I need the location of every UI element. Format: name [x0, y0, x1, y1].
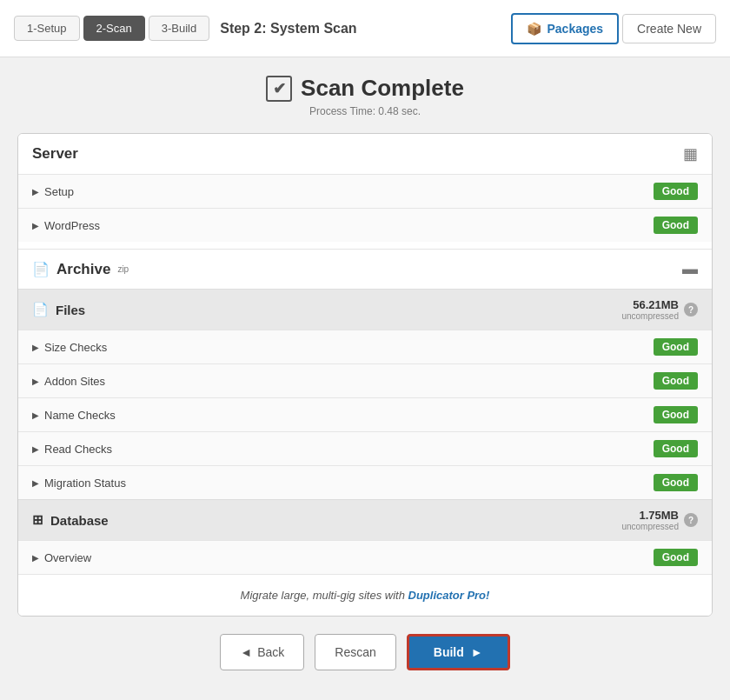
size-checks-label: Size Checks: [44, 341, 107, 354]
build-arrow-icon: ►: [471, 645, 483, 659]
overview-row[interactable]: ▶ Overview: [32, 551, 91, 564]
arrow-icon: ▶: [32, 444, 39, 454]
scan-header: ✔ Scan Complete Process Time: 0.48 sec.: [17, 75, 713, 117]
table-row: ▶ Setup Good: [18, 174, 712, 208]
server-title-text: Server: [32, 145, 78, 163]
addon-sites-badge: Good: [654, 372, 698, 390]
build-button[interactable]: Build ►: [407, 634, 510, 670]
back-arrow-icon: ◄: [240, 645, 252, 659]
archive-menu-icon[interactable]: ▬: [682, 260, 698, 278]
wordpress-row-label[interactable]: ▶ WordPress: [32, 219, 100, 232]
file-icon: 📄: [32, 302, 49, 317]
arrow-icon: ▶: [32, 410, 39, 420]
packages-icon: 📦: [527, 22, 541, 36]
step-title: Step 2: System Scan: [220, 21, 508, 37]
table-row: ▶ Size Checks Good: [18, 330, 712, 363]
table-row: ▶ Overview Good: [18, 540, 712, 574]
migration-status-label: Migration Status: [44, 477, 126, 490]
setup-badge: Good: [654, 183, 698, 200]
table-row: ▶ Migration Status Good: [18, 465, 712, 499]
arrow-icon: ▶: [32, 187, 39, 197]
files-help-icon[interactable]: ?: [684, 303, 698, 317]
name-checks-row[interactable]: ▶ Name Checks: [32, 409, 116, 422]
name-checks-badge: Good: [654, 406, 698, 423]
archive-section-header: 📄 Archive zip ▬: [18, 249, 712, 289]
wordpress-badge: Good: [654, 217, 698, 234]
database-size: 1.75MB uncompressed: [621, 509, 679, 531]
archive-file-icon: 📄: [32, 261, 50, 277]
archive-title-text: Archive: [56, 261, 110, 278]
table-row: ▶ Name Checks Good: [18, 397, 712, 431]
migration-status-row[interactable]: ▶ Migration Status: [32, 477, 126, 490]
read-checks-badge: Good: [654, 440, 698, 457]
table-row: ▶ Addon Sites Good: [18, 363, 712, 397]
addon-sites-row[interactable]: ▶ Addon Sites: [32, 375, 105, 388]
scan-subtitle: Process Time: 0.48 sec.: [17, 105, 713, 117]
scan-title: ✔ Scan Complete: [17, 75, 713, 102]
step2-button[interactable]: 2-Scan: [83, 16, 145, 41]
top-nav: 1-Setup 2-Scan 3-Build Step 2: System Sc…: [0, 0, 730, 57]
bottom-actions: ◄ Back Rescan Build ►: [17, 634, 713, 688]
files-subsection-header: 📄 Files 56.21MB uncompressed ?: [18, 289, 712, 330]
step3-button[interactable]: 3-Build: [149, 16, 209, 41]
create-new-button[interactable]: Create New: [622, 14, 716, 43]
back-label: Back: [257, 645, 284, 659]
name-checks-label: Name Checks: [44, 409, 116, 422]
wordpress-label: WordPress: [44, 219, 100, 232]
table-row: ▶ Read Checks Good: [18, 431, 712, 465]
rescan-button[interactable]: Rescan: [315, 634, 395, 670]
overview-label: Overview: [44, 551, 91, 564]
database-title: ⊞ Database: [32, 512, 109, 528]
duplicator-pro-link[interactable]: Duplicator Pro!: [408, 589, 490, 602]
promo-text: Migrate large, multi-gig sites with Dupl…: [241, 589, 490, 602]
arrow-icon: ▶: [32, 553, 39, 563]
arrow-icon: ▶: [32, 343, 39, 352]
packages-label: Packages: [547, 22, 603, 36]
packages-button[interactable]: 📦 Packages: [511, 13, 619, 44]
scan-title-text: Scan Complete: [301, 75, 464, 102]
files-meta: 56.21MB uncompressed ?: [621, 298, 698, 321]
database-help-icon[interactable]: ?: [684, 513, 698, 527]
promo-bar: Migrate large, multi-gig sites with Dupl…: [18, 574, 712, 616]
read-checks-label: Read Checks: [44, 443, 112, 456]
main-content: ✔ Scan Complete Process Time: 0.48 sec. …: [0, 57, 730, 700]
database-meta: 1.75MB uncompressed ?: [621, 509, 698, 531]
read-checks-row[interactable]: ▶ Read Checks: [32, 443, 112, 456]
arrow-icon: ▶: [32, 377, 39, 386]
setup-label: Setup: [44, 185, 74, 198]
size-checks-badge: Good: [654, 338, 698, 356]
check-icon: ✔: [266, 76, 292, 102]
archive-title: 📄 Archive zip: [32, 261, 129, 278]
files-size: 56.21MB uncompressed: [621, 298, 679, 321]
addon-sites-label: Addon Sites: [44, 375, 105, 388]
server-section-header: Server ▦: [18, 134, 712, 174]
setup-row-label[interactable]: ▶ Setup: [32, 185, 74, 198]
arrow-icon: ▶: [32, 478, 39, 488]
server-title: Server: [32, 145, 78, 163]
size-checks-row[interactable]: ▶ Size Checks: [32, 341, 107, 354]
archive-format: zip: [117, 264, 129, 274]
database-subsection-header: ⊞ Database 1.75MB uncompressed ?: [18, 499, 712, 540]
files-title: 📄 Files: [32, 302, 85, 317]
back-button[interactable]: ◄ Back: [220, 634, 304, 670]
build-label: Build: [434, 645, 464, 659]
database-icon: ⊞: [32, 512, 43, 528]
arrow-icon: ▶: [32, 221, 39, 230]
files-title-text: Files: [56, 303, 85, 317]
main-card: Server ▦ ▶ Setup Good ▶ WordPress Good 📄…: [17, 133, 713, 617]
server-menu-icon[interactable]: ▦: [683, 144, 698, 163]
step1-button[interactable]: 1-Setup: [14, 16, 80, 41]
overview-badge: Good: [654, 549, 698, 566]
table-row: ▶ WordPress Good: [18, 208, 712, 242]
database-title-text: Database: [50, 513, 109, 528]
migration-status-badge: Good: [654, 474, 698, 491]
